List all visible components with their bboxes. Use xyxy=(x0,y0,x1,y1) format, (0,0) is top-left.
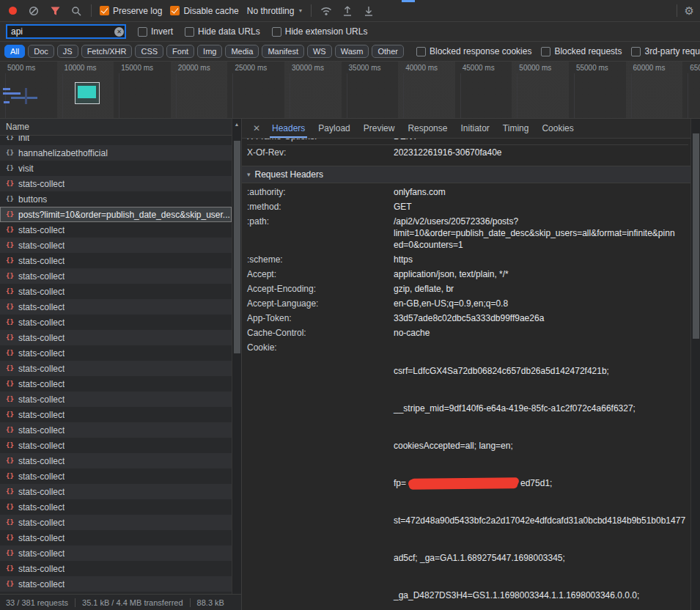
request-name: stats-collect xyxy=(18,225,65,235)
type-filter-pill[interactable]: Doc xyxy=(28,45,54,58)
request-list-scrollbar[interactable]: ▲ xyxy=(232,119,241,594)
request-row[interactable]: stats-collect xyxy=(0,299,232,315)
request-row[interactable]: stats-collect xyxy=(0,315,232,330)
request-row[interactable]: stats-collect xyxy=(0,530,232,545)
checkbox-label: 3rd-party requests xyxy=(644,46,700,56)
request-row[interactable]: stats-collect xyxy=(0,376,232,392)
header-name: Accept-Encoding: xyxy=(247,283,394,295)
clear-filter-icon[interactable]: ✕ xyxy=(114,27,124,37)
details-tab[interactable]: Preview xyxy=(357,119,402,138)
request-row[interactable]: stats-collect xyxy=(0,176,232,191)
script-file-icon xyxy=(5,210,15,219)
type-filter-pill[interactable]: Manifest xyxy=(262,45,304,58)
request-row[interactable]: stats-collect xyxy=(0,253,232,268)
throttling-value: No throttling xyxy=(247,6,295,16)
settings-gear-icon[interactable]: ⚙ xyxy=(685,5,694,16)
type-filter-pill[interactable]: Font xyxy=(166,45,194,58)
details-tab[interactable]: Headers xyxy=(265,119,312,138)
filter-option-checkbox[interactable]: Invert xyxy=(138,26,173,37)
request-row[interactable]: posts?limit=10&order=publish_date_desc&s… xyxy=(0,207,232,222)
clear-network-log-button[interactable] xyxy=(27,4,40,18)
scrollbar-thumb[interactable] xyxy=(234,141,240,353)
request-row[interactable]: stats-collect xyxy=(0,576,232,592)
header-value: no-cache xyxy=(394,327,688,339)
details-scrollbar[interactable] xyxy=(690,119,700,610)
request-row[interactable]: stats-collect xyxy=(0,330,232,345)
script-file-icon xyxy=(5,225,15,235)
request-row[interactable]: stats-collect xyxy=(0,499,232,515)
filter-input[interactable] xyxy=(6,24,126,39)
request-row[interactable]: stats-collect xyxy=(0,545,232,561)
request-row[interactable]: stats-collect xyxy=(0,422,232,438)
request-row[interactable]: stats-collect xyxy=(0,561,232,576)
type-option-checkbox[interactable]: 3rd-party requests xyxy=(631,46,700,56)
import-har-button[interactable] xyxy=(341,4,354,18)
name-column-header[interactable]: Name xyxy=(0,119,241,136)
request-row[interactable]: hannahelizabethofficial xyxy=(0,145,232,161)
filter-option-checkbox[interactable]: Hide data URLs xyxy=(185,26,260,37)
request-headers-section-header[interactable]: ▾ Request Headers xyxy=(242,166,700,183)
network-overview-timeline[interactable]: 5000 ms 10000 ms 15000 ms 20000 ms 25000… xyxy=(0,62,700,119)
request-name: stats-collect xyxy=(18,425,65,436)
tab-label: Timing xyxy=(503,123,529,133)
type-filter-pill[interactable]: Img xyxy=(197,45,222,58)
scroll-up-button[interactable]: ▲ xyxy=(232,119,241,129)
request-row[interactable]: stats-collect xyxy=(0,453,232,468)
export-har-button[interactable] xyxy=(362,4,375,18)
request-row[interactable]: stats-collect xyxy=(0,407,232,422)
filter-option-checkbox[interactable]: Hide extension URLs xyxy=(272,26,368,37)
script-file-icon xyxy=(5,256,15,265)
disable-cache-checkbox[interactable]: Disable cache xyxy=(170,6,238,16)
details-tab[interactable]: Payload xyxy=(312,119,356,138)
details-tab[interactable]: Initiator xyxy=(454,119,495,138)
scrollbar-thumb[interactable] xyxy=(693,133,699,339)
request-row[interactable]: visit xyxy=(0,161,232,176)
type-filter-pill[interactable]: Fetch/XHR xyxy=(81,45,133,58)
network-conditions-button[interactable] xyxy=(320,4,333,18)
request-row[interactable]: stats-collect xyxy=(0,392,232,407)
request-row[interactable]: stats-collect xyxy=(0,515,232,530)
type-filter-pill[interactable]: CSS xyxy=(135,45,163,58)
tab-label: Initiator xyxy=(460,123,489,133)
throttling-dropdown[interactable]: No throttling ▼ xyxy=(247,6,303,16)
type-option-checkbox[interactable]: Blocked requests xyxy=(541,46,622,56)
preserve-log-checkbox[interactable]: Preserve log xyxy=(100,6,162,16)
search-button[interactable] xyxy=(70,4,83,18)
header-row: :path: /api2/v2/users/20572336/posts? li… xyxy=(247,214,688,252)
request-row[interactable]: stats-collect xyxy=(0,438,232,453)
request-row[interactable]: init xyxy=(0,136,232,145)
request-row[interactable]: stats-collect xyxy=(0,238,232,253)
type-filter-pill[interactable]: Wasm xyxy=(335,45,369,58)
request-row[interactable]: stats-collect xyxy=(0,468,232,484)
type-filter-pill[interactable]: WS xyxy=(307,45,332,58)
close-details-icon[interactable]: ✕ xyxy=(248,123,265,133)
request-row[interactable]: stats-collect xyxy=(0,345,232,361)
checkbox-unchecked-icon xyxy=(631,47,641,56)
script-file-icon xyxy=(5,194,15,204)
filter-toggle-button[interactable] xyxy=(48,4,62,18)
request-details-panel: ✕ Headers Payload Preview Response xyxy=(242,119,700,610)
request-row[interactable]: stats-collect xyxy=(0,484,232,499)
type-option-checkbox[interactable]: Blocked response cookies xyxy=(416,46,531,56)
request-row[interactable]: stats-collect xyxy=(0,361,232,376)
timeline-canvas[interactable] xyxy=(0,73,700,118)
details-tab[interactable]: Cookies xyxy=(535,119,580,138)
header-name: :path: xyxy=(247,216,394,251)
request-row[interactable]: stats-collect xyxy=(0,268,232,284)
type-filter-pill[interactable]: All xyxy=(4,45,25,58)
details-tab[interactable]: Timing xyxy=(496,119,536,138)
cookie-line: ad5cf; _ga=GA1.1.689275447.1698003345; xyxy=(394,552,688,566)
type-filter-pill[interactable]: Media xyxy=(225,45,259,58)
script-file-icon xyxy=(5,179,15,188)
request-row[interactable]: stats-collect xyxy=(0,222,232,238)
request-row[interactable]: stats-collect xyxy=(0,284,232,299)
header-value: DENY xyxy=(394,139,688,142)
network-toolbar: Preserve log Disable cache No throttling… xyxy=(0,0,700,22)
request-name: stats-collect xyxy=(18,287,65,297)
type-filter-pill[interactable]: JS xyxy=(57,45,78,58)
request-name: stats-collect xyxy=(18,579,65,589)
record-button[interactable] xyxy=(6,4,19,18)
type-filter-pill[interactable]: Other xyxy=(372,45,404,58)
details-tab[interactable]: Response xyxy=(401,119,454,138)
request-row[interactable]: buttons xyxy=(0,191,232,207)
